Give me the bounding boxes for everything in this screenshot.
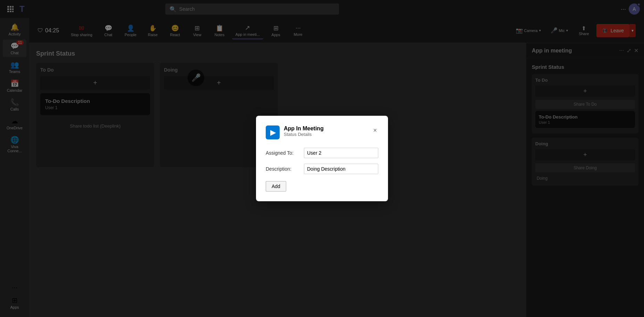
description-label: Description: [266, 166, 304, 172]
add-button[interactable]: Add [266, 181, 286, 192]
modal-app-logo: ▶ [266, 125, 280, 139]
modal: ▶ App In Meeting Status Details × Assign… [256, 116, 388, 201]
modal-app-subtitle: Status Details [284, 132, 372, 137]
modal-overlay[interactable]: ▶ App In Meeting Status Details × Assign… [0, 0, 644, 317]
modal-app-logo-icon: ▶ [270, 128, 275, 137]
description-row: Description: [266, 164, 378, 174]
assigned-to-label: Assigned To: [266, 150, 304, 156]
assigned-to-row: Assigned To: [266, 148, 378, 158]
modal-app-name: App In Meeting [284, 125, 372, 132]
modal-close-button[interactable]: × [372, 125, 378, 136]
description-input[interactable] [304, 164, 378, 174]
modal-title-group: App In Meeting Status Details [284, 125, 372, 137]
modal-header: ▶ App In Meeting Status Details × [266, 125, 378, 139]
assigned-to-input[interactable] [304, 148, 378, 158]
